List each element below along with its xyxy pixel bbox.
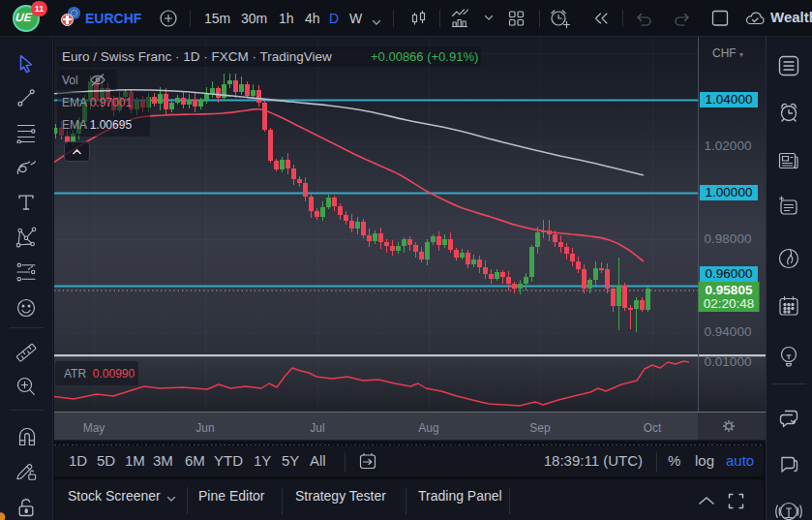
svg-text:1.02000: 1.02000 <box>705 138 752 153</box>
svg-text:Aug: Aug <box>418 421 438 435</box>
svg-text:02:20:48: 02:20:48 <box>704 296 755 311</box>
svg-text:0.98000: 0.98000 <box>705 231 752 246</box>
svg-text:Oct: Oct <box>644 421 662 435</box>
svg-text:Jun: Jun <box>195 421 214 435</box>
svg-text:0.01000: 0.01000 <box>705 354 752 369</box>
svg-text:0.95805: 0.95805 <box>706 283 753 297</box>
svg-text:0.96000: 0.96000 <box>706 266 753 281</box>
svg-text:0.94000: 0.94000 <box>705 324 752 339</box>
svg-text:1.00000: 1.00000 <box>706 185 753 199</box>
svg-text:1.04000: 1.04000 <box>706 92 753 107</box>
svg-text:CHF ▾: CHF ▾ <box>712 46 743 60</box>
svg-text:May: May <box>83 421 105 435</box>
svg-text:Jul: Jul <box>310 421 324 435</box>
svg-text:Sep: Sep <box>529 421 551 435</box>
